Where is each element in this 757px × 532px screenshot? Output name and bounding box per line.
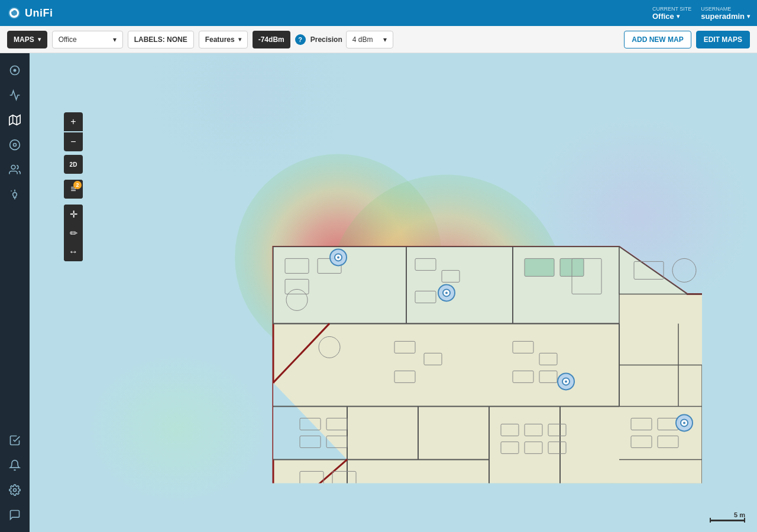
precision-dropdown[interactable]: 4 dBm ▾ — [346, 31, 393, 48]
svg-marker-20 — [619, 246, 702, 294]
floor-plan — [170, 116, 702, 483]
sidebar-item-tasks[interactable] — [4, 429, 26, 452]
svg-point-8 — [11, 166, 15, 170]
map-area[interactable]: + − 2D ≡ 2 ✛ ✏ ↔ — [30, 53, 757, 532]
svg-point-82 — [337, 256, 339, 258]
current-site-selector[interactable]: CURRENT SITE Office ▾ — [652, 6, 691, 21]
map-tools-panel: + − 2D ≡ 2 ✛ ✏ ↔ — [64, 112, 83, 261]
username-label: USERNAME — [701, 6, 750, 12]
sidebar-item-maps[interactable] — [4, 109, 26, 131]
zoom-out-button[interactable]: − — [64, 132, 83, 151]
add-new-map-button[interactable]: ADD NEW MAP — [624, 31, 691, 48]
maps-chevron-icon: ▾ — [38, 36, 41, 43]
help-icon[interactable]: ? — [295, 34, 306, 45]
labels-button[interactable]: LABELS: NONE — [128, 31, 194, 48]
sidebar — [0, 53, 30, 532]
features-dropdown[interactable]: Features ▾ — [199, 31, 248, 48]
main-content: + − 2D ≡ 2 ✛ ✏ ↔ — [0, 53, 757, 532]
labels-value: LABELS: NONE — [134, 35, 187, 44]
topbar-right: CURRENT SITE Office ▾ USERNAME superadmi… — [652, 6, 750, 21]
features-chevron-icon: ▾ — [238, 36, 241, 43]
maps-label: MAPS — [14, 35, 34, 44]
precision-label: Precision — [310, 35, 342, 44]
svg-point-12 — [14, 489, 17, 492]
move-tool-button[interactable]: ✛ — [64, 205, 83, 223]
svg-line-11 — [11, 191, 12, 192]
site-chevron-icon: ▾ — [677, 13, 680, 20]
location-dropdown[interactable]: Office ▾ — [52, 31, 123, 48]
scale-bar — [710, 520, 745, 521]
svg-point-53 — [672, 258, 696, 282]
ubiquiti-logo-icon — [7, 6, 21, 20]
logo-area: UniFi — [7, 6, 53, 20]
svg-rect-49 — [525, 258, 554, 276]
current-site-value: Office ▾ — [652, 12, 691, 21]
precision-value: 4 dBm — [352, 35, 373, 44]
maps-dropdown-button[interactable]: MAPS ▾ — [7, 31, 47, 48]
user-chevron-icon: ▾ — [747, 13, 750, 20]
precision-chevron-icon: ▾ — [383, 35, 387, 44]
location-chevron-icon: ▾ — [113, 35, 117, 44]
svg-point-7 — [14, 144, 17, 147]
zoom-in-button[interactable]: + — [64, 112, 83, 131]
user-selector[interactable]: USERNAME superadmin ▾ — [701, 6, 750, 21]
view-2d-button[interactable]: 2D — [64, 155, 83, 174]
unifi-brand: UniFi — [25, 7, 53, 20]
svg-point-91 — [683, 421, 685, 424]
sidebar-item-clients[interactable] — [4, 158, 26, 181]
edit-tool-button[interactable]: ✏ — [64, 223, 83, 242]
svg-point-88 — [565, 380, 567, 382]
location-value: Office — [59, 35, 77, 44]
sidebar-item-dashboard[interactable] — [4, 59, 26, 82]
precision-area: Precision 4 dBm ▾ — [310, 31, 393, 48]
svg-point-2 — [14, 69, 17, 72]
toolbar-right: ADD NEW MAP EDIT MAPS — [624, 31, 750, 48]
edit-maps-button[interactable]: EDIT MAPS — [696, 31, 750, 48]
dbm-display: -74dBm — [253, 31, 290, 48]
sidebar-item-insights[interactable] — [4, 183, 26, 206]
sidebar-item-stats[interactable] — [4, 84, 26, 106]
measure-tool-button[interactable]: ↔ — [64, 242, 83, 261]
current-site-label: CURRENT SITE — [652, 6, 691, 12]
username-value: superadmin ▾ — [701, 12, 750, 21]
sidebar-item-support[interactable] — [4, 504, 26, 526]
list-badge: 2 — [73, 181, 82, 189]
features-label: Features — [205, 35, 235, 44]
svg-point-85 — [445, 291, 448, 294]
list-view-button[interactable]: ≡ 2 — [64, 180, 83, 199]
sidebar-item-settings[interactable] — [4, 479, 26, 501]
svg-marker-3 — [9, 115, 20, 125]
scale-indicator: 5 m — [710, 511, 745, 521]
svg-point-6 — [10, 140, 20, 150]
sidebar-item-alerts[interactable] — [4, 454, 26, 476]
sidebar-item-devices[interactable] — [4, 134, 26, 156]
toolbar: MAPS ▾ Office ▾ LABELS: NONE Features ▾ … — [0, 26, 757, 53]
topbar: UniFi CURRENT SITE Office ▾ USERNAME sup… — [0, 0, 757, 26]
